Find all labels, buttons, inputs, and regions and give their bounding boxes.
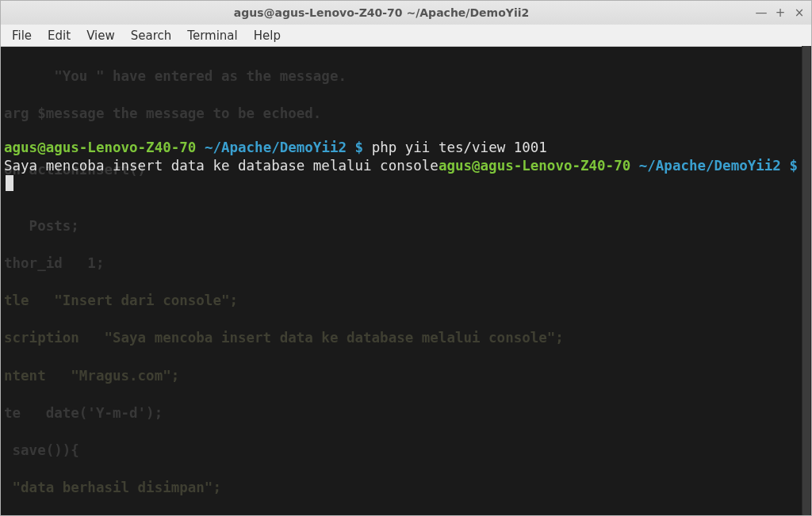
prompt-path: ~/Apache/DemoYii2 — [205, 140, 347, 155]
menu-help[interactable]: Help — [246, 26, 289, 45]
menu-edit[interactable]: Edit — [40, 26, 79, 45]
close-button[interactable]: × — [794, 7, 805, 18]
prompt-userhost: agus@agus-Lenovo-Z40-70 — [4, 140, 196, 155]
prompt-userhost: agus@agus-Lenovo-Z40-70 — [439, 158, 630, 174]
minimize-button[interactable]: — — [756, 7, 767, 18]
menu-search[interactable]: Search — [123, 26, 180, 45]
terminal-foreground: agus@agus-Lenovo-Z40-70 ~/Apache/DemoYii… — [4, 139, 808, 193]
menu-file[interactable]: File — [4, 26, 40, 45]
menu-terminal[interactable]: Terminal — [179, 26, 245, 45]
prompt-symbol: $ — [789, 158, 798, 174]
window-title: agus@agus-Lenovo-Z40-70 ~/Apache/DemoYii… — [7, 6, 756, 19]
prompt-path: ~/Apache/DemoYii2 — [639, 158, 781, 174]
command-output: Saya mencoba insert data ke database mel… — [4, 158, 439, 174]
menu-view[interactable]: View — [79, 26, 123, 45]
scrollbar-vertical[interactable] — [802, 46, 811, 515]
menubar: File Edit View Search Terminal Help — [1, 25, 811, 47]
titlebar[interactable]: agus@agus-Lenovo-Z40-70 ~/Apache/DemoYii… — [1, 1, 811, 25]
window-controls: — + × — [756, 7, 805, 18]
scrollbar-thumb[interactable] — [802, 46, 810, 515]
terminal-area[interactable]: "You " have entered as the message. arg … — [1, 47, 811, 515]
background-editor-text: "You " have entered as the message. arg … — [1, 47, 811, 515]
prompt-symbol: $ — [355, 140, 364, 155]
maximize-button[interactable]: + — [775, 7, 786, 18]
terminal-window: agus@agus-Lenovo-Z40-70 ~/Apache/DemoYii… — [0, 0, 812, 516]
cursor — [6, 175, 13, 191]
command-text: php yii tes/view 1001 — [372, 140, 547, 155]
